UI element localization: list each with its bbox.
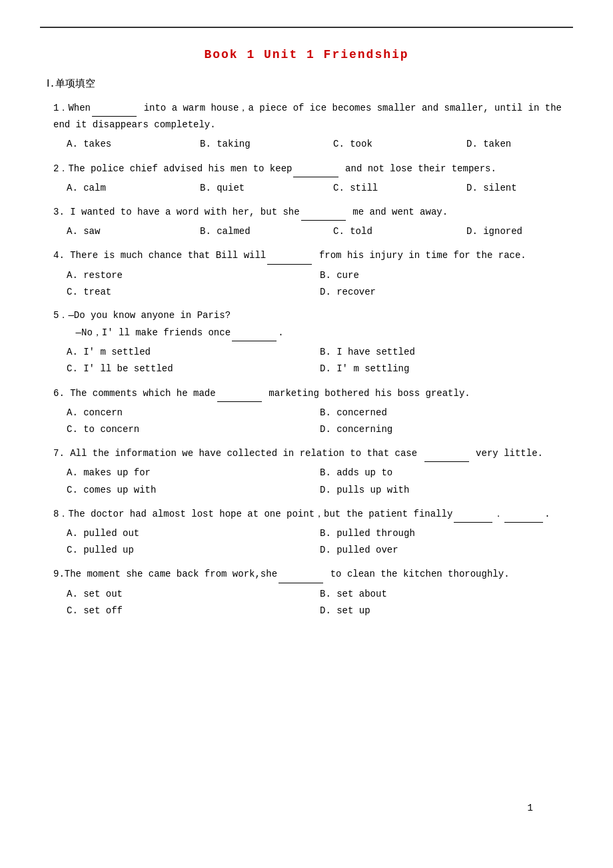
option-9d: D. set up	[320, 603, 573, 619]
question-6: 6. The comments which he made marketing …	[40, 385, 573, 439]
option-6b: B. concerned	[320, 405, 573, 421]
question-1-text: 1．When into a warm house，a piece of ice …	[53, 99, 573, 133]
question-5-options: A. I' m settled B. I have settled C. I' …	[67, 344, 573, 377]
option-5c: C. I' ll be settled	[67, 361, 320, 377]
blank-9	[279, 565, 323, 583]
question-6-text: 6. The comments which he made marketing …	[53, 385, 573, 402]
option-6d: D. concerning	[320, 421, 573, 438]
top-divider	[40, 27, 573, 28]
option-3b: B. calmed	[200, 223, 333, 240]
option-9c: C. set off	[67, 603, 320, 619]
blank-7	[424, 445, 469, 462]
blank-5	[232, 324, 277, 341]
option-4a: A. restore	[67, 267, 320, 284]
blank-8b	[504, 505, 543, 523]
question-9: 9.The moment she came back from work,she…	[40, 565, 573, 619]
option-2c: C. still	[333, 180, 466, 197]
option-2b: B. quiet	[200, 180, 333, 197]
option-7d: D. pulls up with	[320, 482, 573, 499]
option-6a: A. concern	[67, 405, 320, 421]
question-7: 7. All the information we have collected…	[40, 445, 573, 499]
option-8a: A. pulled out	[67, 525, 320, 542]
option-9a: A. set out	[67, 586, 320, 603]
page-number: 1	[528, 803, 533, 813]
option-2a: A. calm	[67, 180, 200, 197]
question-8-options: A. pulled out B. pulled through C. pulle…	[67, 525, 573, 559]
option-3d: D. ignored	[466, 223, 600, 240]
question-2-options: A. calm B. quiet C. still D. silent	[67, 180, 573, 197]
question-1-options: A. takes B. taking C. took D. taken	[67, 136, 573, 153]
option-4b: B. cure	[320, 267, 573, 284]
blank-8	[454, 505, 492, 523]
blank-1	[92, 99, 137, 117]
blank-6	[217, 385, 262, 402]
option-3c: C. told	[333, 223, 466, 240]
question-6-options: A. concern B. concerned C. to concern D.…	[67, 405, 573, 438]
blank-2	[293, 160, 338, 177]
option-6c: C. to concern	[67, 421, 320, 438]
page-title: Book 1 Unit 1 Friendship	[40, 48, 573, 61]
question-8: 8．The doctor had almost lost hope at one…	[40, 505, 573, 559]
option-4d: D. recover	[320, 284, 573, 301]
option-7c: C. comes up with	[67, 482, 320, 499]
option-4c: C. treat	[67, 284, 320, 301]
question-5: 5．—Do you know anyone in Paris? —No，I' l…	[40, 307, 573, 378]
question-7-text: 7. All the information we have collected…	[53, 445, 573, 462]
question-8-text: 8．The doctor had almost lost hope at one…	[53, 505, 573, 523]
option-7b: B. adds up to	[320, 465, 573, 481]
question-9-options: A. set out B. set about C. set off D. se…	[67, 586, 573, 619]
question-2-text: 2．The police chief advised his men to ke…	[53, 160, 573, 177]
option-5a: A. I' m settled	[67, 344, 320, 361]
question-9-text: 9.The moment she came back from work,she…	[53, 565, 573, 583]
option-3a: A. saw	[67, 223, 200, 240]
option-8c: C. pulled up	[67, 542, 320, 559]
option-1a: A. takes	[67, 136, 200, 153]
option-1b: B. taking	[200, 136, 333, 153]
question-3-text: 3. I wanted to have a word with her, but…	[53, 203, 573, 221]
option-1d: D. taken	[466, 136, 600, 153]
option-5d: D. I' m settling	[320, 361, 573, 377]
option-8b: B. pulled through	[320, 525, 573, 542]
blank-3	[301, 203, 346, 221]
question-4: 4. There is much chance that Bill will f…	[40, 247, 573, 301]
option-8d: D. pulled over	[320, 542, 573, 559]
question-5-text: 5．—Do you know anyone in Paris? —No，I' l…	[53, 307, 573, 341]
blank-4	[267, 247, 312, 264]
option-2d: D. silent	[466, 180, 600, 197]
option-9b: B. set about	[320, 586, 573, 603]
option-5b: B. I have settled	[320, 344, 573, 361]
question-4-text: 4. There is much chance that Bill will f…	[53, 247, 573, 264]
question-3: 3. I wanted to have a word with her, but…	[40, 203, 573, 240]
question-3-options: A. saw B. calmed C. told D. ignored	[67, 223, 573, 240]
question-4-options: A. restore B. cure C. treat D. recover	[67, 267, 573, 301]
question-2: 2．The police chief advised his men to ke…	[40, 160, 573, 197]
option-1c: C. took	[333, 136, 466, 153]
option-7a: A. makes up for	[67, 465, 320, 481]
question-1: 1．When into a warm house，a piece of ice …	[40, 99, 573, 153]
section-header: Ⅰ.单项填空	[47, 77, 573, 90]
question-7-options: A. makes up for B. adds up to C. comes u…	[67, 465, 573, 498]
